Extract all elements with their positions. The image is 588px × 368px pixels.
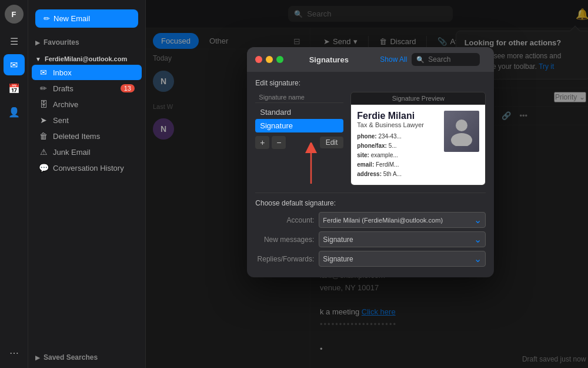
sig-photo [444, 111, 479, 152]
main-area: 🔍 🔔 Focused Other ⊟ Today N [146, 0, 588, 368]
archive-icon: 🗄 [39, 100, 48, 109]
sidebar-item-archive[interactable]: 🗄 Archive [32, 97, 142, 112]
default-replies-row: Replies/Forwards: Signature ⌄ [255, 251, 486, 267]
sig-phonefax-label: phone/fax: [357, 142, 387, 149]
show-all-button[interactable]: Show All [380, 55, 407, 64]
default-sig-section: Choose default signature: Account: Ferdi… [255, 193, 486, 267]
default-newmsg-select[interactable]: Signature ⌄ [319, 231, 486, 247]
sig-phone-value: 234-43... [378, 133, 401, 140]
sig-preview-body: Ferdie Milani Tax & Business Lawyer phon… [351, 105, 485, 185]
sidebar-item-inbox[interactable]: ✉ Inbox [32, 65, 142, 80]
compose-icon: ✏ [44, 14, 50, 23]
account-select-chevron-icon: ⌄ [474, 214, 482, 226]
drafts-icon: ✏ [39, 84, 48, 93]
edit-sig-label: Edit signature: [255, 79, 486, 87]
calendar-nav-btn[interactable]: 📅 [4, 78, 25, 99]
maximize-traffic-light[interactable] [276, 56, 283, 63]
sig-address-label: address: [357, 171, 382, 177]
sig-site-label: site: [357, 152, 369, 158]
sig-preview-details: phone: 234-43... phone/fax: 5... site: e… [357, 132, 439, 179]
modal-search-input[interactable] [428, 55, 475, 64]
modal-body: Edit signature: Signature name Standard … [247, 72, 494, 277]
sig-site-value: example... [371, 152, 398, 158]
traffic-lights [255, 56, 283, 63]
mail-nav-btn[interactable]: ✉ [4, 54, 25, 75]
add-signature-button[interactable]: + [255, 136, 269, 149]
sig-list-item-signature[interactable]: Signature [255, 119, 343, 132]
icon-bar: F ☰ ✉ 📅 👤 ⋯ [0, 0, 28, 368]
sig-preview-text: Ferdie Milani Tax & Business Lawyer phon… [357, 111, 439, 179]
modal-toolbar-area: Show All 🔍 [374, 53, 486, 66]
contacts-nav-btn[interactable]: 👤 [4, 101, 25, 122]
svg-point-1 [451, 133, 472, 146]
sig-preview-name: Ferdie Milani [357, 111, 439, 121]
deleted-icon: 🗑 [39, 131, 48, 141]
modal-search-box: 🔍 [412, 53, 480, 66]
junk-icon: ⚠ [39, 147, 48, 157]
default-account-row: Account: Ferdie Milani (FerdieMilani@out… [255, 212, 486, 228]
sig-email-value: FerdiM... [376, 161, 399, 168]
svg-point-0 [456, 120, 467, 131]
default-replies-label: Replies/Forwards: [255, 255, 314, 263]
sig-list-column: Signature name Standard Signature + − Ed… [255, 92, 343, 185]
modal-title: Signatures [288, 55, 369, 64]
default-newmsg-label: New messages: [255, 236, 314, 244]
default-newmsg-row: New messages: Signature ⌄ [255, 231, 486, 247]
user-avatar[interactable]: F [5, 5, 24, 24]
minimize-traffic-light[interactable] [266, 56, 273, 63]
replies-select-chevron-icon: ⌄ [474, 253, 482, 264]
modal-overlay: Signatures Show All 🔍 Edit signature: [146, 0, 588, 368]
sent-icon: ➤ [39, 115, 48, 125]
drafts-badge: 13 [121, 84, 135, 92]
sig-columns: Signature name Standard Signature + − Ed… [255, 92, 486, 185]
sig-email-label: email: [357, 161, 374, 168]
sig-list-actions: + − Edit [255, 136, 343, 149]
sig-address-value: 5th A... [383, 171, 402, 177]
sig-preview-title: Tax & Business Lawyer [357, 121, 439, 128]
new-email-button[interactable]: ✏ New Email [35, 9, 138, 28]
saved-searches-chevron-icon: ▶ [35, 354, 40, 361]
sidebar-item-deleted[interactable]: 🗑 Deleted Items [32, 128, 142, 144]
sidebar-item-sent[interactable]: ➤ Sent [32, 112, 142, 128]
favourites-chevron-icon: ▶ [35, 39, 40, 46]
default-sig-title: Choose default signature: [255, 199, 486, 207]
default-account-label: Account: [255, 216, 314, 224]
modal-titlebar: Signatures Show All 🔍 [247, 47, 494, 72]
sidebar: ✏ New Email ▶ Favourites ▼ FerdieMilani@… [28, 0, 146, 368]
sidebar-item-junk[interactable]: ⚠ Junk Email [32, 144, 142, 160]
conversation-icon: 💬 [39, 163, 48, 173]
newmsg-select-chevron-icon: ⌄ [474, 234, 482, 245]
account-header[interactable]: ▼ FerdieMilani@outlook.com [28, 53, 145, 64]
default-replies-select[interactable]: Signature ⌄ [319, 251, 486, 267]
account-chevron-icon: ▼ [35, 56, 41, 62]
sig-preview-header: Signature Preview [351, 92, 485, 105]
modal-search-icon: 🔍 [416, 56, 425, 64]
default-account-select[interactable]: Ferdie Milani (FerdieMilani@outlook.com)… [319, 212, 486, 228]
remove-signature-button[interactable]: − [272, 136, 286, 149]
saved-searches-header[interactable]: ▶ Saved Searches [28, 350, 145, 363]
hamburger-menu-btn[interactable]: ☰ [4, 31, 25, 52]
signatures-modal: Signatures Show All 🔍 Edit signature: [247, 47, 494, 277]
edit-signature-button[interactable]: Edit [320, 137, 344, 148]
inbox-icon: ✉ [39, 68, 48, 77]
sig-phone-label: phone: [357, 133, 376, 140]
sig-preview-column: Signature Preview Ferdie Milani Tax & Bu… [350, 92, 486, 185]
sig-list-header: Signature name [255, 92, 343, 103]
sig-list-item-standard[interactable]: Standard [255, 105, 343, 119]
sidebar-item-drafts[interactable]: ✏ Drafts 13 [32, 81, 142, 96]
close-traffic-light[interactable] [255, 56, 262, 63]
favourites-header[interactable]: ▶ Favourites [28, 35, 145, 48]
sidebar-item-conversation[interactable]: 💬 Conversation History [32, 160, 142, 175]
more-nav-btn[interactable]: ⋯ [4, 342, 25, 363]
sig-phonefax-value: 5... [389, 142, 397, 149]
